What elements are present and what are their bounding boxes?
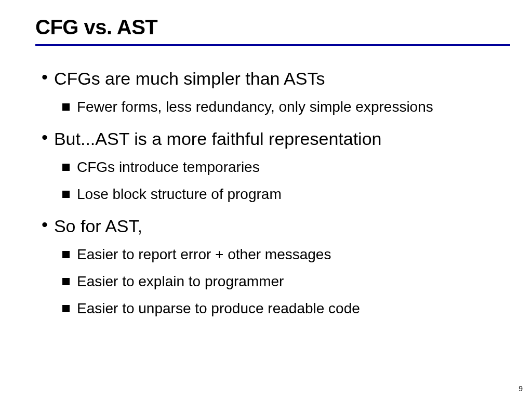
square-bullet-icon <box>62 305 70 312</box>
bullet-text: Fewer forms, less redundancy, only simpl… <box>77 98 433 116</box>
bullet-text: So for AST, <box>54 216 142 236</box>
bullet-level1: • CFGs are much simpler than ASTs <box>42 68 501 89</box>
bullet-text: Easier to explain to programmer <box>77 273 284 290</box>
square-bullet-icon <box>62 164 70 171</box>
slide-content: • CFGs are much simpler than ASTs Fewer … <box>0 46 532 317</box>
square-bullet-icon <box>62 103 70 111</box>
square-bullet-icon <box>62 191 70 198</box>
bullet-text: But...AST is a more faithful representat… <box>54 128 382 149</box>
bullet-text: CFGs are much simpler than ASTs <box>54 68 325 89</box>
bullet-level2: Fewer forms, less redundancy, only simpl… <box>62 98 501 116</box>
square-bullet-icon <box>62 278 70 285</box>
bullet-text: CFGs introduce temporaries <box>77 158 260 176</box>
page-number: 9 <box>518 384 523 393</box>
slide-title: CFG vs. AST <box>0 16 532 44</box>
dot-bullet-icon: • <box>42 128 48 146</box>
bullet-text: Lose block structure of program <box>77 185 282 203</box>
bullet-level1: • So for AST, <box>42 216 501 236</box>
bullet-level2: Easier to report error + other messages <box>62 246 501 263</box>
bullet-level2: Easier to explain to programmer <box>62 273 501 290</box>
slide: CFG vs. AST • CFGs are much simpler than… <box>0 0 532 399</box>
bullet-level2: Easier to unparse to produce readable co… <box>62 300 501 317</box>
bullet-level2: Lose block structure of program <box>62 185 501 203</box>
bullet-text: Easier to unparse to produce readable co… <box>77 300 360 317</box>
dot-bullet-icon: • <box>42 216 48 233</box>
square-bullet-icon <box>62 251 70 258</box>
bullet-level2: CFGs introduce temporaries <box>62 158 501 176</box>
bullet-text: Easier to report error + other messages <box>77 246 331 263</box>
bullet-level1: • But...AST is a more faithful represent… <box>42 128 501 149</box>
dot-bullet-icon: • <box>42 68 48 86</box>
